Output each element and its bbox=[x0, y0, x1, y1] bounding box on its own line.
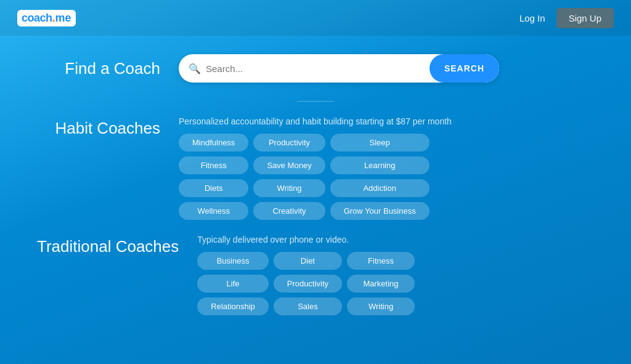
habit-coaches-section: Habit Coaches Personalized accountabilit… bbox=[37, 116, 594, 220]
divider bbox=[297, 101, 334, 102]
traditional-coaches-tags: BusinessDietFitnessLifeProductivityMarke… bbox=[197, 252, 415, 315]
habit-tag[interactable]: Fitness bbox=[179, 156, 248, 174]
habit-coaches-subtitle: Personalized accountability and habit bu… bbox=[179, 116, 594, 126]
habit-tag[interactable]: Sleep bbox=[330, 134, 429, 152]
traditional-tag[interactable]: Sales bbox=[274, 297, 342, 315]
habit-tag[interactable]: Learning bbox=[330, 156, 429, 174]
habit-tag[interactable]: Diets bbox=[179, 179, 248, 197]
search-bar: 🔍 SEARCH bbox=[179, 54, 499, 83]
traditional-tag[interactable]: Relationship bbox=[197, 297, 269, 315]
traditional-tag[interactable]: Business bbox=[197, 252, 269, 270]
header: coach.me Log In Sign Up bbox=[0, 0, 631, 36]
logo-coach-text: coach bbox=[22, 12, 52, 25]
traditional-tag[interactable]: Fitness bbox=[347, 252, 415, 270]
traditional-tag[interactable]: Writing bbox=[347, 297, 415, 315]
habit-tag[interactable]: Mindfulness bbox=[179, 134, 248, 152]
search-input[interactable] bbox=[206, 63, 429, 74]
habit-tag[interactable]: Productivity bbox=[253, 134, 325, 152]
traditional-tag[interactable]: Marketing bbox=[347, 275, 415, 293]
search-button[interactable]: SEARCH bbox=[429, 54, 499, 83]
habit-tag[interactable]: Grow Your Business bbox=[330, 202, 429, 220]
habit-coaches-content: Personalized accountability and habit bu… bbox=[179, 116, 594, 220]
find-coach-title: Find a Coach bbox=[37, 59, 160, 78]
habit-tag[interactable]: Writing bbox=[253, 179, 325, 197]
traditional-coaches-title: Traditional Coaches bbox=[37, 235, 179, 256]
habit-coaches-title: Habit Coaches bbox=[37, 116, 160, 138]
logo-me-text: me bbox=[55, 12, 71, 25]
logo: coach.me bbox=[17, 10, 76, 26]
logo-box: coach.me bbox=[17, 10, 76, 26]
search-section: Find a Coach 🔍 SEARCH bbox=[37, 54, 594, 83]
login-button[interactable]: Log In bbox=[519, 13, 545, 23]
search-icon: 🔍 bbox=[189, 63, 201, 75]
habit-tag[interactable]: Addiction bbox=[330, 179, 429, 197]
habit-tag[interactable]: Creativity bbox=[253, 202, 325, 220]
traditional-tag[interactable]: Life bbox=[197, 275, 269, 293]
habit-tag[interactable]: Save Money bbox=[253, 156, 325, 174]
header-nav: Log In Sign Up bbox=[519, 8, 614, 28]
traditional-coaches-content: Typically delivered over phone or video.… bbox=[197, 235, 594, 315]
habit-coaches-tags: MindfulnessProductivitySleepFitnessSave … bbox=[179, 134, 429, 220]
traditional-tag[interactable]: Diet bbox=[274, 252, 342, 270]
traditional-coaches-subtitle: Typically delivered over phone or video. bbox=[197, 235, 594, 245]
habit-tag[interactable]: Wellness bbox=[179, 202, 248, 220]
traditional-coaches-section: Traditional Coaches Typically delivered … bbox=[37, 235, 594, 315]
traditional-tag[interactable]: Productivity bbox=[274, 275, 342, 293]
main-content: Find a Coach 🔍 SEARCH Habit Coaches Pers… bbox=[0, 36, 631, 342]
signup-button[interactable]: Sign Up bbox=[556, 8, 614, 28]
